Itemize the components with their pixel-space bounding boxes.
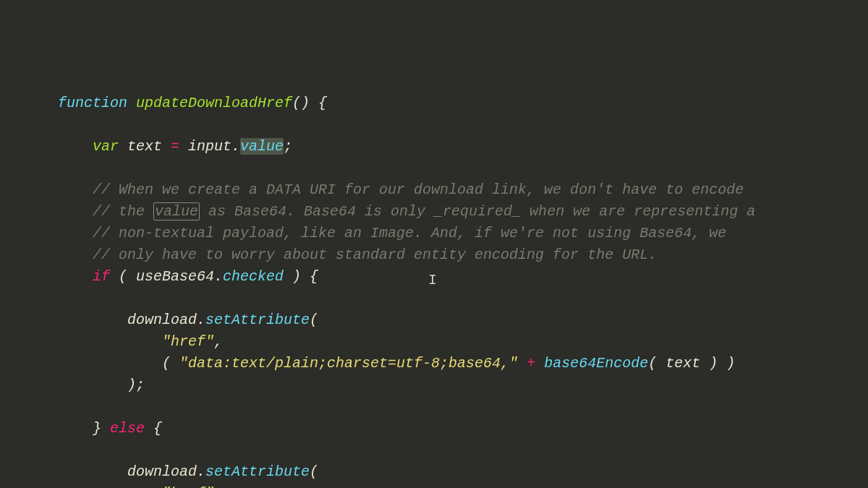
property-checked: checked [223,268,284,285]
code-editor[interactable]: function updateDownloadHref() { var text… [58,93,868,488]
string-data-uri-base64: "data:text/plain;charset=utf-8;base64," [179,355,518,372]
keyword-function: function [58,95,127,111]
identifier-download: download [127,463,197,480]
property-value-selected: value [240,138,284,155]
operator-plus: + [518,355,544,372]
identifier-useBase64: useBase64 [136,268,214,285]
semicolon: ; [284,138,292,155]
comment-line: as Base64. Base64 is only _required_ whe… [200,203,755,220]
comment-line: // When we create a DATA URI for our dow… [93,181,744,198]
identifier-download: download [127,312,197,328]
text-cursor-icon: I [428,270,437,291]
paren-open: ( [162,355,179,372]
keyword-else: else [110,420,145,437]
comma: , [214,333,223,350]
method-setAttribute: setAttribute [205,463,310,480]
search-match-box: value [153,202,200,221]
comment-line: // only have to worry about standard ent… [93,247,657,263]
comment-line: // the [93,203,153,220]
paren-open: ( [310,463,318,480]
identifier-text: text [127,138,171,155]
brace-close: } [93,420,110,437]
comment-line: // non-textual payload, like an Image. A… [93,225,726,241]
function-name: updateDownloadHref [136,95,292,111]
paren-close: ( text ) ) [648,355,735,372]
brace-open: () { [292,95,327,111]
method-setAttribute: setAttribute [205,312,310,328]
keyword-if: if [93,268,110,285]
brace-open: { [145,420,162,437]
identifier-input: input [179,138,231,155]
brace-open: ) { [284,268,318,285]
keyword-var: var [93,138,119,155]
string-href: "href" [162,485,214,488]
comma: , [214,485,223,488]
paren-open: ( [310,312,318,328]
string-href: "href" [162,333,214,350]
function-base64Encode: base64Encode [544,355,648,372]
operator-equals: = [171,138,179,155]
paren-close: ); [127,377,145,393]
